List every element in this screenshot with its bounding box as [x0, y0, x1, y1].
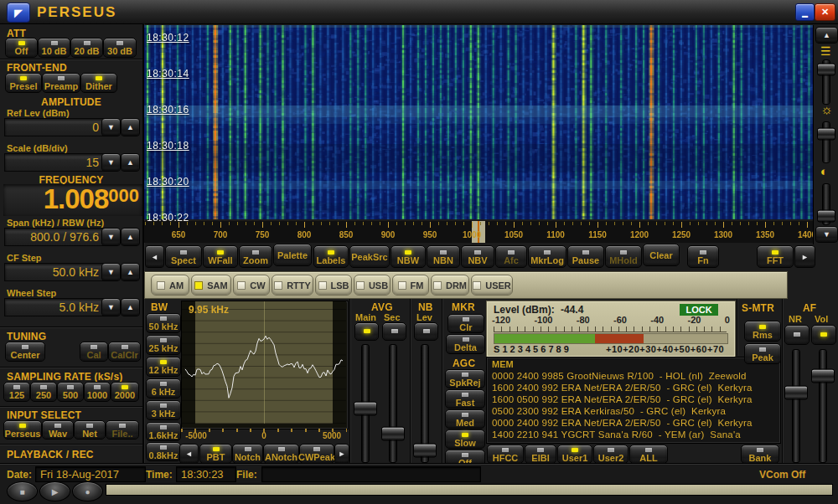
af-nr-slider[interactable] [784, 385, 808, 399]
scroll-up-button[interactable]: ▲ [815, 27, 838, 44]
cf-step-value[interactable]: 50.0 kHz [4, 263, 105, 281]
att-20db-button[interactable]: 20 dB [70, 38, 103, 58]
scale-down-button[interactable]: ▼ [101, 153, 121, 172]
toolbar-fft-button[interactable]: FFT [757, 245, 794, 268]
demod-rtty-button[interactable]: RTTY [272, 275, 313, 296]
agc-slow-button[interactable]: Slow [445, 429, 485, 449]
agc-med-button[interactable]: Med [445, 409, 485, 429]
mkr-delta-button[interactable]: Delta [446, 334, 485, 354]
pbt-right-arrow[interactable]: ► [334, 444, 349, 464]
bw-12khz-button[interactable]: 12 kHz [146, 357, 181, 377]
mem-eibi-button[interactable]: EIBI [525, 445, 556, 464]
toolbar-mhold-button[interactable]: MHold [605, 245, 642, 268]
contrast-track[interactable] [823, 184, 830, 224]
scale-up-button[interactable]: ▲ [121, 153, 140, 172]
bw-50khz-button[interactable]: 50 kHz [146, 313, 181, 333]
smtr-rms-button[interactable]: Rms [744, 321, 781, 342]
brightness-track[interactable] [823, 122, 830, 162]
mem-entry[interactable]: 1400 2210 941 YGCRT Sana'a R/60 - YEM (a… [492, 429, 741, 440]
ref-lev-value[interactable]: 0 [4, 118, 105, 136]
rate-250-button[interactable]: 250 [30, 382, 57, 402]
presel-button[interactable]: Presel [5, 73, 42, 93]
frequency-scale-canvas[interactable] [144, 221, 813, 243]
close-button[interactable]: ✕ [815, 3, 835, 21]
rate-2000-button[interactable]: 2000 [111, 382, 139, 402]
frequency-scale[interactable] [144, 221, 813, 243]
waterfall-display[interactable]: 18:30:12 18:30:14 18:30:16 18:30:18 18:3… [144, 25, 813, 219]
scroll-down-button[interactable]: ▼ [815, 226, 838, 243]
ref-lev-down-button[interactable]: ▼ [101, 118, 121, 136]
mem-hfcc-button[interactable]: HFCC [487, 445, 524, 464]
minimize-button[interactable]: ▬ [795, 3, 815, 21]
toolbar-mkrlog-button[interactable]: MkrLog [528, 245, 566, 268]
bw-3khz-button[interactable]: 3 kHz [146, 400, 181, 420]
avg-main-button[interactable] [354, 322, 379, 341]
pbt-left-arrow[interactable]: ◄ [179, 444, 199, 464]
mem-entry[interactable]: 0000 2400 992 ERA Net/ERA 2/ER/50 - GRC … [492, 418, 753, 428]
notch-button[interactable]: Notch [232, 444, 263, 464]
preamp-button[interactable]: Preamp [42, 73, 80, 93]
cf-down-button[interactable]: ▼ [101, 263, 121, 281]
mkr-clr-button[interactable]: Clr [447, 314, 484, 333]
mem-bank-button[interactable]: Bank [741, 445, 779, 464]
mem-entry[interactable]: 1600 2400 992 ERA Net/ERA 2/ER/50 - GRC … [492, 383, 753, 393]
toolbar-zoom-button[interactable]: Zoom [239, 245, 272, 268]
mem-entry[interactable]: 0500 2300 992 ERA Kerkiras/50 - GRC (el)… [492, 406, 726, 416]
frequency-display[interactable]: 1.008 000 [3, 184, 142, 216]
nb-lev-track[interactable] [422, 345, 428, 462]
mem-entry[interactable]: 1600 0500 992 ERA Net/ERA 2/ER/50 - GRC … [492, 394, 753, 404]
toolbar-clear-button[interactable]: Clear [643, 244, 680, 266]
contrast-handle[interactable] [817, 210, 835, 223]
rate-500-button[interactable]: 500 [57, 382, 84, 402]
toolbar-wfall-button[interactable]: WFall [203, 245, 238, 268]
stop-button[interactable]: ■ [7, 481, 38, 501]
demod-drm-button[interactable]: DRM [431, 275, 469, 296]
toolbar-nbn-button[interactable]: NBN [427, 245, 460, 268]
span-up-button[interactable]: ▲ [121, 228, 140, 246]
bw-1-6khz-button[interactable]: 1.6kHz [146, 422, 181, 441]
tuning-center-button[interactable]: Center [5, 342, 45, 362]
wheel-down-button[interactable]: ▼ [101, 298, 121, 316]
dither-button[interactable]: Dither [80, 73, 117, 93]
mem-user1-button[interactable]: User1 [557, 445, 592, 464]
input-net-button[interactable]: Net [74, 420, 106, 440]
nb-lev-button[interactable] [414, 322, 438, 341]
att-10db-button[interactable]: 10 dB [38, 38, 70, 58]
avg-main-slider[interactable] [354, 401, 377, 415]
anotch-button[interactable]: ANotch [263, 444, 299, 464]
tuning-cal-button[interactable]: Cal [80, 342, 108, 362]
mem-entry[interactable]: 0000 2400 9985 GrootNieuws R/100 - HOL (… [492, 371, 747, 381]
cwpeak-button[interactable]: CWPeak [299, 444, 334, 464]
wheel-up-button[interactable]: ▲ [121, 298, 140, 316]
toolbar-afc-button[interactable]: Afc [495, 245, 527, 268]
mem-all-button[interactable]: ALL [629, 445, 668, 464]
cf-up-button[interactable]: ▲ [121, 263, 140, 281]
input-wav-button[interactable]: Wav [42, 420, 74, 440]
af-vol-button[interactable] [811, 325, 836, 345]
ref-lev-up-button[interactable]: ▲ [121, 118, 140, 136]
scale-value[interactable]: 15 [4, 153, 105, 172]
app-logo-button[interactable]: ◤ [7, 3, 30, 23]
demod-user-button[interactable]: USER [471, 275, 513, 296]
toolbar-labels-button[interactable]: Labels [313, 245, 349, 268]
demod-am-button[interactable]: AM [151, 275, 189, 296]
toolbar-nbv-button[interactable]: NBV [461, 245, 494, 268]
demod-lsb-button[interactable]: LSB [315, 275, 352, 296]
demod-fm-button[interactable]: FM [392, 275, 429, 296]
rate-125-button[interactable]: 125 [3, 382, 30, 402]
att-off-button[interactable]: Off [5, 38, 38, 58]
filter-canvas[interactable] [182, 301, 346, 427]
input-file-button[interactable]: File.. [106, 420, 139, 440]
bw-0-8khz-button[interactable]: 0.8kHz [146, 442, 181, 461]
tuning-calclr-button[interactable]: CalClr [108, 342, 141, 362]
mem-user2-button[interactable]: User2 [593, 445, 628, 464]
agc-spkrej-button[interactable]: SpkRej [445, 369, 485, 388]
nb-lev-slider[interactable] [413, 444, 437, 458]
pbt-button[interactable]: PBT [199, 444, 232, 464]
waterfall-speed-handle[interactable] [817, 64, 835, 76]
rate-1000-button[interactable]: 1000 [84, 382, 111, 402]
af-vol-track[interactable] [820, 350, 826, 462]
waterfall-speed-track[interactable] [823, 60, 830, 104]
waterfall-canvas[interactable] [144, 25, 813, 219]
agc-fast-button[interactable]: Fast [445, 389, 485, 409]
